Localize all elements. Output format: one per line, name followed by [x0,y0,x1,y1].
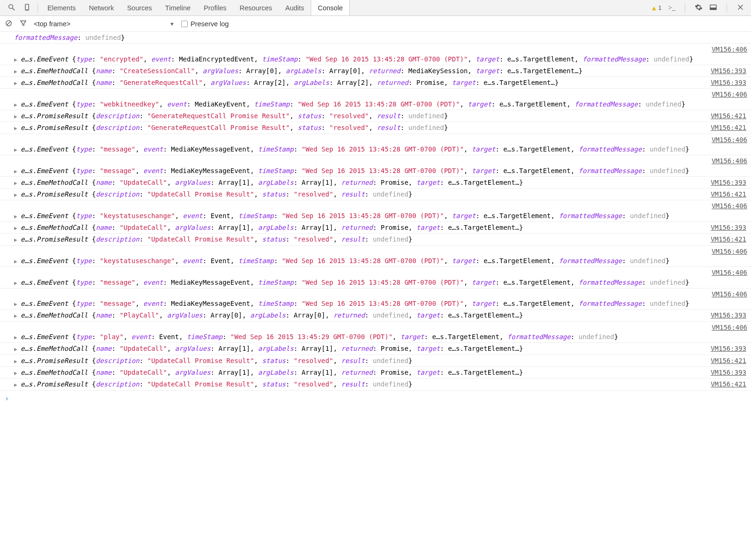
source-link[interactable]: VM156:421 [711,123,746,132]
device-icon[interactable] [19,0,35,15]
source-link[interactable]: VM156:393 [711,178,746,187]
divider [38,3,38,13]
warning-count[interactable]: ▲1 [651,4,661,12]
log-entry[interactable]: VM156:421▶e…s.PromiseResult {description… [0,355,751,367]
console-prompt-icon[interactable]: >_ [668,4,675,12]
console-subbar: <top frame> ▼ Preserve log [0,16,751,32]
expand-icon[interactable]: ▶ [14,225,19,232]
console-log-area[interactable]: formattedMessage: undefined}VM156:406▶e…… [0,32,751,393]
tab-network[interactable]: Network [82,0,120,15]
expand-icon[interactable]: ▶ [14,381,19,389]
log-entry[interactable]: VM156:393▶e…s.EmeMethodCall {name: "Play… [0,310,751,321]
svg-line-9 [7,21,11,25]
expand-icon[interactable]: ▶ [14,258,19,265]
log-entry[interactable]: VM156:406▶e…s.EmeEvent {type: "message",… [0,288,751,310]
log-entry[interactable]: VM156:393▶e…s.EmeMethodCall {name: "Upda… [0,367,751,378]
expand-icon[interactable]: ▶ [14,280,19,287]
source-link[interactable]: VM156:393 [711,223,746,232]
expand-icon[interactable]: ▶ [14,236,19,244]
log-entry[interactable]: VM156:393▶e…s.EmeMethodCall {name: "Upda… [0,177,751,189]
source-link[interactable]: VM156:421 [711,379,746,389]
expand-icon[interactable]: ▶ [14,370,19,377]
log-entry[interactable]: VM156:393▶e…s.EmeMethodCall {name: "Upda… [0,343,751,355]
source-link[interactable]: VM156:406 [7,268,747,277]
source-link[interactable]: VM156:406 [7,45,747,54]
source-link[interactable]: VM156:393 [711,344,746,353]
expand-icon[interactable]: ▶ [14,191,19,199]
expand-icon[interactable]: ▶ [14,301,19,308]
dock-icon[interactable] [709,3,717,13]
expand-icon[interactable]: ▶ [14,113,19,121]
chevron-down-icon: ▼ [169,21,175,27]
toolbar-right: ▲1 >_ [651,3,747,13]
tab-profiles[interactable]: Profiles [197,0,233,15]
source-link[interactable]: VM156:406 [7,90,747,99]
tab-resources[interactable]: Resources [233,0,278,15]
tab-audits[interactable]: Audits [279,0,311,15]
source-link[interactable]: VM156:406 [7,156,747,166]
log-entry[interactable]: VM156:421▶e…s.PromiseResult {description… [0,110,751,122]
log-entry[interactable]: VM156:421▶e…s.PromiseResult {description… [0,378,751,390]
log-entry[interactable]: VM156:421▶e…s.PromiseResult {description… [0,234,751,245]
log-entry[interactable]: VM156:406▶e…s.EmeEvent {type: "keystatus… [0,200,751,222]
tab-timeline[interactable]: Timeline [159,0,197,15]
warning-icon: ▲ [651,4,657,12]
frame-selector[interactable]: <top frame> ▼ [34,20,175,28]
expand-icon[interactable]: ▶ [14,168,19,175]
source-link[interactable]: VM156:406 [7,135,747,144]
preserve-log[interactable]: Preserve log [181,20,229,28]
log-entry[interactable]: VM156:406▶e…s.EmeEvent {type: "encrypted… [0,44,751,65]
source-link[interactable]: VM156:406 [7,289,747,299]
divider [685,3,685,13]
expand-icon[interactable]: ▶ [14,125,19,132]
log-entry[interactable]: VM156:393▶e…s.EmeMethodCall {name: "Crea… [0,65,751,77]
log-entry[interactable]: VM156:406▶e…s.EmeEvent {type: "keystatus… [0,246,751,267]
source-link[interactable]: VM156:393 [711,78,746,87]
log-entry[interactable]: VM156:393▶e…s.EmeMethodCall {name: "Gene… [0,77,751,89]
source-link[interactable]: VM156:406 [7,323,747,332]
source-link[interactable]: VM156:421 [711,235,746,244]
console-prompt[interactable]: › [0,393,751,405]
expand-icon[interactable]: ▶ [14,312,19,320]
log-entry[interactable]: VM156:421▶e…s.PromiseResult {description… [0,122,751,134]
expand-icon[interactable]: ▶ [14,358,19,365]
source-link[interactable]: VM156:393 [711,310,746,320]
search-icon[interactable] [4,0,19,15]
expand-icon[interactable]: ▶ [14,346,19,353]
source-link[interactable]: VM156:421 [711,111,746,121]
expand-icon[interactable]: ▶ [14,68,19,76]
source-link[interactable]: VM156:393 [711,66,746,76]
svg-line-1 [13,8,15,10]
log-entry[interactable]: formattedMessage: undefined} [0,32,751,44]
settings-icon[interactable] [695,3,703,13]
filter-icon[interactable] [19,19,27,29]
expand-icon[interactable]: ▶ [14,80,19,87]
expand-icon[interactable]: ▶ [14,56,19,64]
expand-icon[interactable]: ▶ [14,146,19,154]
checkbox[interactable] [181,21,188,27]
log-entry[interactable]: VM156:421▶e…s.PromiseResult {description… [0,189,751,200]
log-entry[interactable]: VM156:406▶e…s.EmeEvent {type: "message",… [0,155,751,177]
tab-elements[interactable]: Elements [41,0,82,15]
source-link[interactable]: VM156:393 [711,368,746,377]
svg-point-0 [9,4,13,8]
log-entry[interactable]: VM156:406▶e…s.EmeEvent {type: "play", ev… [0,322,751,343]
log-entry[interactable]: VM156:406▶e…s.EmeEvent {type: "webkitnee… [0,89,751,110]
log-entry[interactable]: VM156:393▶e…s.EmeMethodCall {name: "Upda… [0,222,751,234]
clear-icon[interactable] [5,19,13,29]
tab-console[interactable]: Console [311,0,350,15]
source-link[interactable]: VM156:406 [7,247,747,256]
source-link[interactable]: VM156:406 [7,201,747,211]
expand-icon[interactable]: ▶ [14,213,19,220]
expand-icon[interactable]: ▶ [14,334,19,341]
source-link[interactable]: VM156:421 [711,189,746,199]
svg-rect-5 [710,8,716,9]
expand-icon[interactable]: ▶ [14,101,19,109]
log-entry[interactable]: VM156:406▶e…s.EmeEvent {type: "message",… [0,134,751,156]
log-entry[interactable]: VM156:406▶e…s.EmeEvent {type: "message",… [0,267,751,288]
source-link[interactable]: VM156:421 [711,356,746,365]
divider [727,3,727,13]
expand-icon[interactable]: ▶ [14,180,19,187]
tab-sources[interactable]: Sources [121,0,159,15]
close-icon[interactable] [736,3,744,13]
